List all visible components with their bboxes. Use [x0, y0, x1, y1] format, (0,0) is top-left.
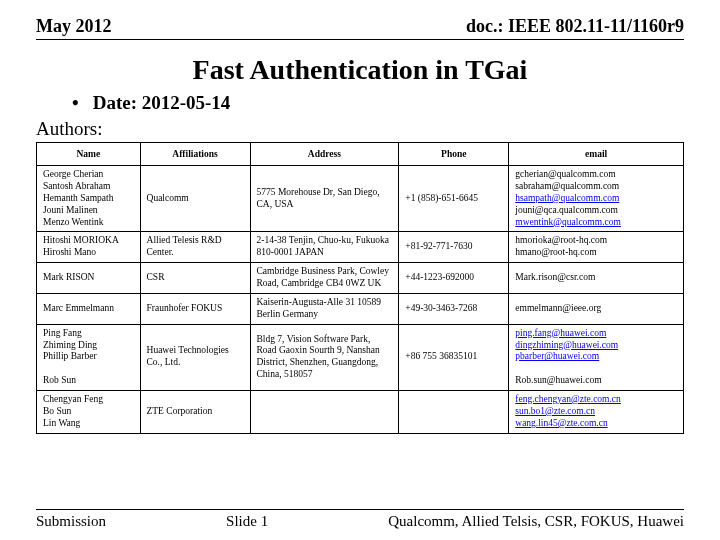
author-name [43, 363, 134, 375]
affiliation: Fraunhofer FOKUS [140, 293, 250, 324]
footer-center: Slide 1 [226, 513, 268, 530]
address: Cambridge Business Park, Cowley Road, Ca… [250, 263, 399, 294]
author-names: Hitoshi MORIOKAHiroshi Mano [37, 232, 141, 263]
author-name: Rob Sun [43, 375, 134, 387]
phone [399, 391, 509, 434]
header-date: May 2012 [36, 16, 112, 37]
email[interactable]: ping.fang@huawei.com [515, 328, 677, 340]
date-line: •Date: 2012-05-14 [72, 92, 684, 114]
col-name: Name [37, 143, 141, 166]
address [250, 391, 399, 434]
table-header-row: Name Affiliations Address Phone email [37, 143, 684, 166]
author-name: Zhiming Ding [43, 340, 134, 352]
email[interactable]: mwentink@qualcomm.com [515, 217, 677, 229]
affiliation: ZTE Corporation [140, 391, 250, 434]
author-name: Jouni Malinen [43, 205, 134, 217]
author-names: Marc Emmelmann [37, 293, 141, 324]
authors-table: Name Affiliations Address Phone email Ge… [36, 142, 684, 434]
page-title: Fast Authentication in TGai [36, 54, 684, 86]
table-row: Ping FangZhiming DingPhillip Barber Rob … [37, 324, 684, 390]
header-docnum: doc.: IEEE 802.11-11/1160r9 [466, 16, 684, 37]
email[interactable]: wang.lin45@zte.com.cn [515, 418, 677, 430]
author-name: Mark RISON [43, 272, 134, 284]
col-addr: Address [250, 143, 399, 166]
phone: +1 (858)-651-6645 [399, 166, 509, 232]
address: Kaiserin-Augusta-Alle 31 10589 Berlin Ge… [250, 293, 399, 324]
author-name: Menzo Wentink [43, 217, 134, 229]
col-email: email [509, 143, 684, 166]
email[interactable]: pbarber@huawei.com [515, 351, 677, 363]
address: 5775 Morehouse Dr, San Diego, CA, USA [250, 166, 399, 232]
authors-label: Authors: [36, 118, 684, 140]
author-name: Chengyan Feng [43, 394, 134, 406]
col-phone: Phone [399, 143, 509, 166]
slide-header: May 2012 doc.: IEEE 802.11-11/1160r9 [36, 16, 684, 40]
table-row: Hitoshi MORIOKAHiroshi ManoAllied Telesi… [37, 232, 684, 263]
email[interactable]: dingzhiming@huawei.com [515, 340, 677, 352]
author-names: George CherianSantosh AbrahamHemanth Sam… [37, 166, 141, 232]
email [515, 363, 677, 375]
author-name: George Cherian [43, 169, 134, 181]
phone: +86 755 36835101 [399, 324, 509, 390]
col-affil: Affiliations [140, 143, 250, 166]
author-name: Bo Sun [43, 406, 134, 418]
email: Mark.rison@csr.com [515, 272, 677, 284]
email[interactable]: feng.chengyan@zte.com.cn [515, 394, 677, 406]
address: Bldg 7, Vision Software Park, Road Gaoxi… [250, 324, 399, 390]
emails: emmelmann@ieee.org [509, 293, 684, 324]
email[interactable]: sun.bo1@zte.com.cn [515, 406, 677, 418]
bullet-icon: • [72, 92, 79, 113]
author-names: Mark RISON [37, 263, 141, 294]
emails: ping.fang@huawei.comdingzhiming@huawei.c… [509, 324, 684, 390]
phone: +49-30-3463-7268 [399, 293, 509, 324]
emails: hmorioka@root-hq.comhmano@root-hq.com [509, 232, 684, 263]
email: Rob.sun@huawei.com [515, 375, 677, 387]
author-name: Hiroshi Mano [43, 247, 134, 259]
phone: +44-1223-692000 [399, 263, 509, 294]
address: 2-14-38 Tenjin, Chuo-ku, Fukuoka 810-000… [250, 232, 399, 263]
author-name: Phillip Barber [43, 351, 134, 363]
email: emmelmann@ieee.org [515, 303, 677, 315]
author-names: Ping FangZhiming DingPhillip Barber Rob … [37, 324, 141, 390]
author-name: Santosh Abraham [43, 181, 134, 193]
email: hmorioka@root-hq.com [515, 235, 677, 247]
author-name: Marc Emmelmann [43, 303, 134, 315]
table-row: Mark RISONCSRCambridge Business Park, Co… [37, 263, 684, 294]
author-name: Lin Wang [43, 418, 134, 430]
affiliation: Huawei Technologies Co., Ltd. [140, 324, 250, 390]
table-row: George CherianSantosh AbrahamHemanth Sam… [37, 166, 684, 232]
table-row: Marc EmmelmannFraunhofer FOKUSKaiserin-A… [37, 293, 684, 324]
author-name: Ping Fang [43, 328, 134, 340]
footer-left: Submission [36, 513, 106, 530]
phone: +81-92-771-7630 [399, 232, 509, 263]
footer-right: Qualcomm, Allied Telsis, CSR, FOKUS, Hua… [388, 513, 684, 530]
email: jouni@qca.qualcomm.com [515, 205, 677, 217]
emails: feng.chengyan@zte.com.cnsun.bo1@zte.com.… [509, 391, 684, 434]
email: hmano@root-hq.com [515, 247, 677, 259]
table-row: Chengyan FengBo SunLin WangZTE Corporati… [37, 391, 684, 434]
emails: gcherian@qualcomm.comsabraham@qualcomm.c… [509, 166, 684, 232]
author-name: Hemanth Sampath [43, 193, 134, 205]
author-names: Chengyan FengBo SunLin Wang [37, 391, 141, 434]
email: sabraham@qualcomm.com [515, 181, 677, 193]
affiliation: CSR [140, 263, 250, 294]
email[interactable]: hsampath@qualcomm.com [515, 193, 677, 205]
slide-footer: Submission Slide 1 Qualcomm, Allied Tels… [36, 509, 684, 530]
date-label: Date: [93, 92, 137, 113]
affiliation: Allied Telesis R&D Center. [140, 232, 250, 263]
date-value: 2012-05-14 [142, 92, 231, 113]
slide-page: May 2012 doc.: IEEE 802.11-11/1160r9 Fas… [0, 0, 720, 540]
author-name: Hitoshi MORIOKA [43, 235, 134, 247]
affiliation: Qualcomm [140, 166, 250, 232]
emails: Mark.rison@csr.com [509, 263, 684, 294]
email: gcherian@qualcomm.com [515, 169, 677, 181]
